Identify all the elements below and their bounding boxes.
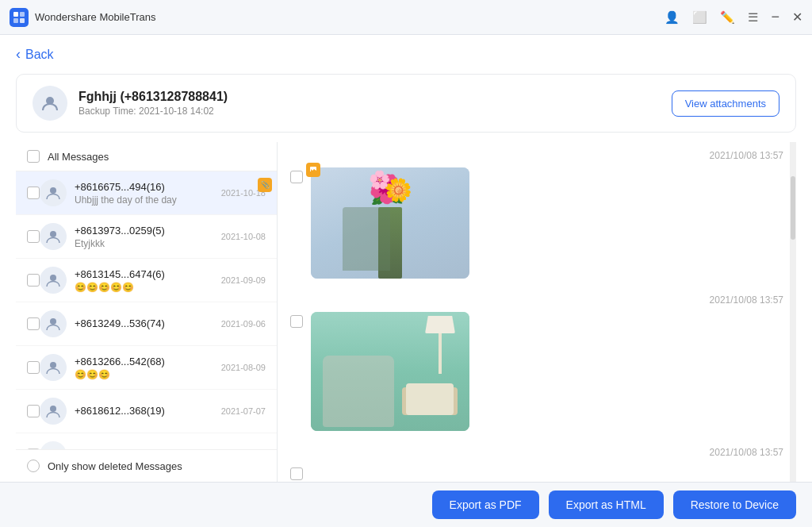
message-image-row-2: 🍶: [290, 312, 783, 431]
contact-checkbox-7[interactable]: [27, 448, 40, 449]
export-pdf-button[interactable]: Export as PDF: [432, 490, 539, 519]
contact-list-item-5[interactable]: +8613266...542(68) 😊😊😊 2021-08-09: [16, 346, 277, 390]
contact-avatar-4: [40, 310, 67, 337]
only-deleted-radio[interactable]: [27, 460, 40, 472]
scrollbar-thumb[interactable]: [791, 176, 795, 240]
sidebar: All Messages +8616675...494(16) Uhb: [16, 142, 278, 482]
view-attachments-button[interactable]: View attachments: [672, 90, 779, 117]
all-messages-checkbox[interactable]: [27, 150, 40, 163]
svg-rect-0: [13, 12, 18, 17]
contact-header: Fghhjj (+8613128788841) Backup Time: 202…: [16, 74, 796, 133]
contact-badge-1: 📎: [258, 178, 272, 192]
edit-icon[interactable]: ✏️: [720, 10, 735, 25]
bookmark-icon[interactable]: ⬜: [692, 10, 707, 25]
message-badge-icon-1: [306, 163, 320, 177]
main-content: ‹ Back Fghhjj (+8613128788841) Backup Ti…: [0, 35, 812, 482]
contact-item-date-6: 2021-07-07: [221, 406, 266, 416]
contact-item-date-4: 2021-09-06: [221, 319, 266, 329]
contact-checkbox-1[interactable]: [27, 187, 40, 199]
content-split: All Messages +8616675...494(16) Uhb: [16, 142, 796, 482]
restore-to-device-button[interactable]: Restore to Device: [673, 490, 796, 519]
message-entry-3: 2021/10/08 13:57: [290, 447, 783, 480]
svg-point-11: [50, 362, 56, 368]
contact-checkbox-4[interactable]: [27, 317, 40, 330]
contact-item-name-6: +8618612...368(19): [75, 405, 216, 417]
export-html-button[interactable]: Export as HTML: [549, 490, 664, 519]
contact-avatar-6: [40, 398, 67, 425]
contact-avatar-3: [40, 267, 67, 294]
back-button[interactable]: ‹ Back: [0, 35, 812, 74]
message-checkbox-3[interactable]: [290, 467, 303, 480]
messages-panel: 2021/10/08 13:57: [278, 142, 796, 482]
all-messages-row[interactable]: All Messages: [16, 142, 277, 171]
message-timestamp-1: 2021/10/08 13:57: [290, 150, 783, 161]
back-label: Back: [25, 48, 54, 62]
contact-backup-time: Backup Time: 2021-10-18 14:02: [79, 106, 228, 117]
contact-item-name-1: +8616675...494(16): [75, 181, 216, 193]
svg-point-14: [314, 167, 316, 169]
contact-item-name-2: +8613973...0259(5): [75, 225, 216, 237]
scrollbar-track: [790, 142, 796, 482]
app-title: Wondershare MobileTrans: [35, 11, 665, 23]
contact-item-preview-1: Uhbjjj the day of the day: [75, 194, 216, 206]
contact-item-name-5: +8613266...542(68): [75, 356, 216, 367]
menu-icon[interactable]: ☰: [748, 10, 758, 25]
close-icon[interactable]: ✕: [792, 10, 802, 25]
bottom-bar: Export as PDF Export as HTML Restore to …: [0, 482, 812, 527]
contact-item-preview-5: 😊😊😊: [75, 369, 216, 380]
window-controls: 👤 ⬜ ✏️ ☰ − ✕: [665, 9, 802, 25]
contact-list-item-1[interactable]: +8616675...494(16) Uhbjjj the day of the…: [16, 171, 277, 215]
contact-avatar-2: [40, 223, 67, 250]
contact-checkbox-2[interactable]: [27, 230, 40, 243]
message-checkbox-2[interactable]: [290, 315, 303, 328]
contact-info: Fghhjj (+8613128788841) Backup Time: 202…: [79, 90, 228, 117]
svg-point-10: [50, 318, 56, 325]
message-image-flowers: 🌺 🌼 🌸: [311, 167, 469, 279]
contact-item-date-3: 2021-09-09: [221, 275, 266, 285]
contact-checkbox-5[interactable]: [27, 361, 40, 374]
contact-list-item-4[interactable]: +8613249...536(74) 2021-09-06: [16, 302, 277, 346]
back-arrow-icon: ‹: [16, 46, 21, 63]
message-image-container-1: 🌺 🌼 🌸: [311, 167, 469, 279]
contact-item-info-1: +8616675...494(16) Uhbjjj the day of the…: [75, 181, 216, 206]
message-timestamp-2: 2021/10/08 13:57: [290, 294, 783, 306]
contact-item-preview-3: 😊😊😊😊😊: [75, 282, 216, 293]
message-checkbox-1[interactable]: [290, 171, 303, 183]
contact-list-item-2[interactable]: +8613973...0259(5) Etyjkkk 2021-10-08: [16, 215, 277, 259]
svg-rect-3: [20, 18, 25, 23]
contact-avatar-7: [40, 441, 67, 449]
contact-item-date-5: 2021-08-09: [221, 363, 266, 372]
svg-rect-1: [20, 12, 25, 17]
svg-text:📎: 📎: [261, 180, 270, 190]
all-messages-label: All Messages: [48, 151, 109, 163]
contact-avatar-1: [40, 179, 67, 206]
contact-item-info-3: +8613145...6474(6) 😊😊😊😊😊: [75, 268, 216, 293]
only-deleted-row[interactable]: Only show deleted Messages: [16, 449, 277, 482]
contact-avatar: [33, 86, 67, 121]
contact-list-item-7[interactable]: +8618688...120(42) 2020-11-12: [16, 433, 277, 449]
contact-list: +8616675...494(16) Uhbjjj the day of the…: [16, 171, 277, 449]
minimize-icon[interactable]: −: [771, 9, 779, 25]
message-entry-1: 2021/10/08 13:57: [290, 150, 783, 279]
app-logo: [10, 8, 29, 27]
contact-list-item-6[interactable]: +8618612...368(19) 2021-07-07: [16, 390, 277, 433]
svg-rect-2: [13, 18, 18, 23]
contact-name: Fghhjj (+8613128788841): [79, 90, 228, 104]
message-timestamp-3: 2021/10/08 13:57: [290, 447, 783, 458]
contact-checkbox-6[interactable]: [27, 405, 40, 417]
contact-item-name-3: +8613145...6474(6): [75, 268, 216, 280]
titlebar: Wondershare MobileTrans 👤 ⬜ ✏️ ☰ − ✕: [0, 0, 812, 35]
message-image-row-1: 🌺 🌼 🌸: [290, 167, 783, 279]
svg-point-8: [50, 231, 56, 237]
svg-point-9: [50, 275, 56, 281]
message-image-row-3: [290, 464, 783, 480]
contact-item-info-6: +8618612...368(19): [75, 405, 216, 418]
contact-item-info-4: +8613249...536(74): [75, 317, 216, 331]
message-image-container-2: 🍶: [311, 312, 469, 431]
contact-list-item-3[interactable]: +8613145...6474(6) 😊😊😊😊😊 2021-09-09: [16, 259, 277, 302]
person-icon[interactable]: 👤: [665, 10, 680, 25]
only-deleted-label: Only show deleted Messages: [48, 460, 182, 472]
contact-checkbox-3[interactable]: [27, 274, 40, 287]
contact-item-preview-2: Etyjkkk: [75, 238, 216, 249]
contact-item-info-5: +8613266...542(68) 😊😊😊: [75, 356, 216, 380]
